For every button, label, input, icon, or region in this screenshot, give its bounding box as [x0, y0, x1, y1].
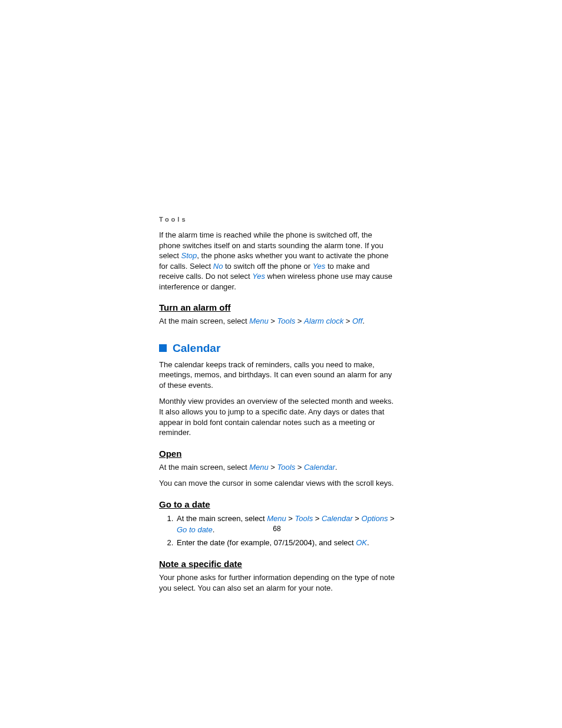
- sep: >: [313, 514, 322, 523]
- text: .: [362, 317, 365, 325]
- note-paragraph: Your phone asks for further information …: [159, 572, 395, 593]
- text: to switch off the phone or: [223, 262, 312, 271]
- sep: >: [269, 463, 277, 472]
- ui-path-calendar: Calendar: [304, 463, 335, 472]
- sep: >: [286, 514, 295, 523]
- text: At the main screen, select: [159, 317, 249, 325]
- ui-path-menu: Menu: [267, 514, 286, 523]
- ui-path-tools: Tools: [295, 514, 313, 523]
- ui-term-yes: Yes: [313, 262, 326, 271]
- text: At the main screen, select: [159, 463, 249, 472]
- ui-term-no: No: [213, 262, 223, 271]
- ui-path-options: Options: [362, 514, 388, 523]
- heading-open: Open: [159, 449, 395, 459]
- ui-path-menu: Menu: [249, 317, 269, 325]
- turn-off-paragraph: At the main screen, select Menu > Tools …: [159, 316, 395, 327]
- ui-path-menu: Menu: [249, 463, 269, 472]
- ui-term-yes: Yes: [252, 272, 265, 281]
- text: .: [367, 538, 369, 547]
- sep: >: [343, 317, 352, 325]
- square-bullet-icon: [159, 344, 167, 352]
- document-page: Tools If the alarm time is reached while…: [159, 216, 395, 599]
- calendar-paragraph-1: The calendar keeps track of reminders, c…: [159, 360, 395, 391]
- ui-term-ok: OK: [356, 538, 367, 547]
- open-paragraph-1: At the main screen, select Menu > Tools …: [159, 462, 395, 473]
- text: Enter the date (for example, 07/15/2004)…: [177, 538, 356, 547]
- heading-calendar: Calendar: [159, 342, 395, 355]
- text: .: [335, 463, 338, 472]
- sep: >: [295, 317, 304, 325]
- heading-turn-alarm-off: Turn an alarm off: [159, 302, 395, 312]
- sep: >: [388, 514, 394, 523]
- ui-path-off: Off: [352, 317, 362, 325]
- open-paragraph-2: You can move the cursor in some calendar…: [159, 478, 395, 489]
- heading-note-specific-date: Note a specific date: [159, 559, 395, 569]
- heading-go-to-a-date: Go to a date: [159, 499, 395, 509]
- text: At the main screen, select: [177, 514, 267, 523]
- section-kicker: Tools: [159, 216, 395, 223]
- ui-term-stop: Stop: [181, 251, 197, 260]
- ui-path-alarm-clock: Alarm clock: [304, 317, 343, 325]
- ui-path-tools: Tools: [277, 463, 296, 472]
- intro-paragraph: If the alarm time is reached while the p…: [159, 230, 395, 292]
- sep: >: [295, 463, 304, 472]
- ui-path-calendar: Calendar: [322, 514, 353, 523]
- page-number: 68: [159, 525, 395, 533]
- list-item: Enter the date (for example, 07/15/2004)…: [176, 537, 395, 549]
- calendar-paragraph-2: Monthly view provides an overview of the…: [159, 396, 395, 437]
- heading-text: Calendar: [173, 342, 220, 355]
- sep: >: [269, 317, 277, 325]
- sep: >: [353, 514, 362, 523]
- ui-path-tools: Tools: [277, 317, 296, 325]
